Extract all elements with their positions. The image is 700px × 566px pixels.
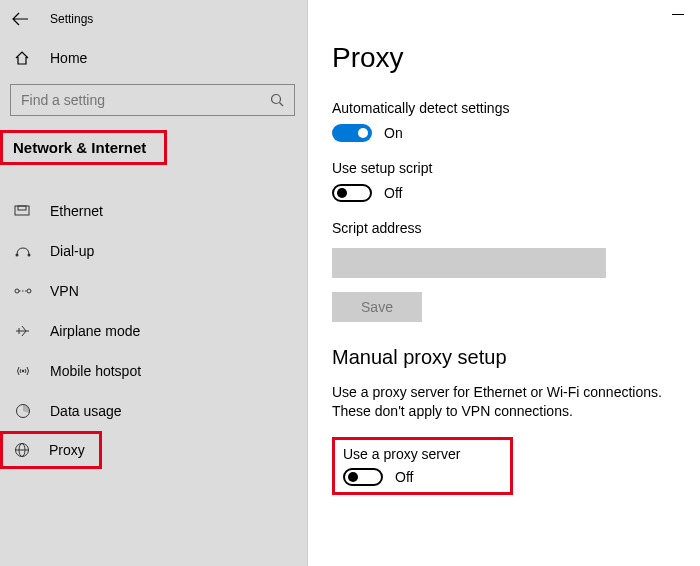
airplane-icon bbox=[14, 323, 32, 339]
svg-point-0 bbox=[272, 95, 281, 104]
sidebar-item-label: Dial-up bbox=[50, 243, 94, 259]
sidebar-item-vpn[interactable]: VPN bbox=[0, 271, 307, 311]
sidebar-item-label: Data usage bbox=[50, 403, 122, 419]
sidebar-item-datausage[interactable]: Data usage bbox=[0, 391, 307, 431]
auto-detect-label: Automatically detect settings bbox=[332, 100, 700, 116]
setup-script-state: Off bbox=[384, 185, 402, 201]
auto-detect-state: On bbox=[384, 125, 403, 141]
back-button[interactable] bbox=[12, 12, 32, 26]
settings-window: Settings Home Network & Internet Etherne… bbox=[0, 0, 700, 566]
dialup-icon bbox=[14, 243, 32, 259]
search-icon bbox=[270, 93, 284, 107]
titlebar: Settings bbox=[0, 8, 307, 40]
save-button[interactable]: Save bbox=[332, 292, 422, 322]
use-proxy-label: Use a proxy server bbox=[343, 446, 460, 462]
sidebar-item-label: VPN bbox=[50, 283, 79, 299]
sidebar-item-label: Airplane mode bbox=[50, 323, 140, 339]
home-icon bbox=[12, 50, 32, 66]
use-proxy-state: Off bbox=[395, 469, 413, 485]
sidebar-item-dialup[interactable]: Dial-up bbox=[0, 231, 307, 271]
content-pane: Proxy Automatically detect settings On U… bbox=[308, 0, 700, 566]
sidebar-item-ethernet[interactable]: Ethernet bbox=[0, 191, 307, 231]
svg-rect-3 bbox=[18, 206, 26, 210]
svg-point-6 bbox=[15, 289, 19, 293]
manual-description: Use a proxy server for Ethernet or Wi-Fi… bbox=[332, 383, 700, 421]
window-title: Settings bbox=[50, 12, 93, 26]
proxy-icon bbox=[13, 442, 31, 458]
use-proxy-toggle[interactable] bbox=[343, 468, 383, 486]
sidebar-item-hotspot[interactable]: Mobile hotspot bbox=[0, 351, 307, 391]
minimize-button[interactable] bbox=[672, 14, 684, 15]
sidebar-item-label: Proxy bbox=[49, 442, 85, 458]
sidebar-item-airplane[interactable]: Airplane mode bbox=[0, 311, 307, 351]
search-field[interactable] bbox=[21, 92, 270, 108]
sidebar: Settings Home Network & Internet Etherne… bbox=[0, 0, 308, 566]
script-address-label: Script address bbox=[332, 220, 700, 236]
highlight-network: Network & Internet bbox=[0, 130, 167, 165]
home-item[interactable]: Home bbox=[0, 40, 307, 76]
page-title: Proxy bbox=[332, 42, 700, 74]
svg-line-1 bbox=[280, 103, 284, 107]
manual-heading: Manual proxy setup bbox=[332, 346, 700, 369]
sidebar-item-proxy[interactable]: Proxy bbox=[0, 431, 307, 469]
datausage-icon bbox=[14, 403, 32, 419]
home-label: Home bbox=[50, 50, 87, 66]
window-controls bbox=[672, 0, 700, 28]
hotspot-icon bbox=[14, 363, 32, 379]
setup-script-label: Use setup script bbox=[332, 160, 700, 176]
svg-point-7 bbox=[27, 289, 31, 293]
svg-point-5 bbox=[28, 254, 31, 257]
nav-list: Ethernet Dial-up VPN Airplane mode bbox=[0, 191, 307, 469]
highlight-use-proxy: Use a proxy server Off bbox=[332, 437, 513, 495]
script-address-input[interactable] bbox=[332, 248, 606, 278]
svg-point-4 bbox=[16, 254, 19, 257]
ethernet-icon bbox=[14, 203, 32, 219]
setup-script-toggle[interactable] bbox=[332, 184, 372, 202]
svg-point-9 bbox=[22, 370, 24, 372]
auto-detect-toggle[interactable] bbox=[332, 124, 372, 142]
sidebar-item-label: Ethernet bbox=[50, 203, 103, 219]
vpn-icon bbox=[14, 283, 32, 299]
section-header: Network & Internet bbox=[3, 133, 158, 162]
search-input[interactable] bbox=[10, 84, 295, 116]
sidebar-item-label: Mobile hotspot bbox=[50, 363, 141, 379]
